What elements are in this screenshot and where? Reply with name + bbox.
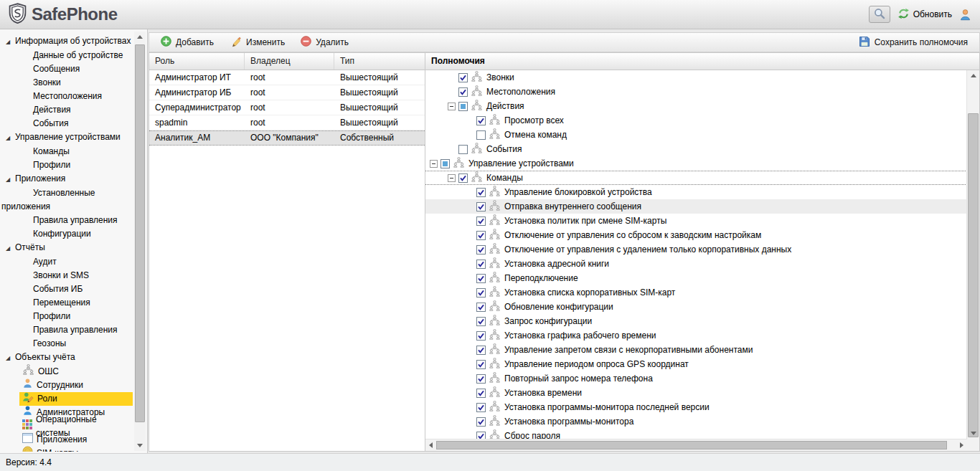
- permission-row[interactable]: Действия: [425, 99, 967, 113]
- permission-row[interactable]: Команды: [425, 171, 967, 185]
- sidebar-item[interactable]: Перемещения: [0, 296, 133, 310]
- permission-row[interactable]: Управление запретом связи с некорпоратив…: [425, 343, 967, 357]
- scroll-down-arrow[interactable]: [134, 440, 146, 451]
- table-row[interactable]: Суперадминистратор root Вышестоящий: [149, 100, 425, 115]
- sidebar-group[interactable]: ◢Приложения: [0, 172, 133, 186]
- sidebar-group[interactable]: ◢Информация об устройствах: [0, 34, 133, 49]
- permission-row[interactable]: Отмена команд: [425, 128, 967, 142]
- permission-checkbox[interactable]: [476, 231, 486, 240]
- sidebar-item[interactable]: Данные об устройстве: [0, 49, 133, 62]
- sidebar-item[interactable]: Аудит: [0, 255, 133, 269]
- permission-row[interactable]: Местоположения: [425, 85, 967, 99]
- sidebar-item[interactable]: Местоположения: [0, 90, 133, 103]
- sidebar-item[interactable]: ОШС: [0, 365, 133, 379]
- permission-row[interactable]: Установка программы-монитора: [425, 414, 967, 429]
- collapse-toggle-icon[interactable]: [448, 103, 456, 110]
- column-header-type[interactable]: Тип: [334, 53, 425, 70]
- permission-row[interactable]: Управление устройствами: [425, 156, 967, 171]
- scroll-down-arrow[interactable]: [967, 428, 979, 439]
- table-row[interactable]: Аналитик_АМ ООО "Компания" Собственный: [149, 130, 425, 146]
- column-header-role[interactable]: Роль: [149, 53, 245, 70]
- table-row[interactable]: spadmin root Вышестоящий: [149, 115, 425, 130]
- scroll-up-arrow[interactable]: [967, 70, 979, 81]
- permission-row[interactable]: Установка времени: [425, 386, 967, 400]
- permission-row[interactable]: Управление блокировкой устройства: [425, 185, 967, 199]
- permissions-vertical-scrollbar[interactable]: [966, 70, 979, 439]
- permission-checkbox[interactable]: [476, 288, 486, 298]
- permission-row[interactable]: Установка политик при смене SIM-карты: [425, 214, 967, 228]
- permissions-horizontal-scrollbar[interactable]: [425, 439, 967, 451]
- permission-row[interactable]: Переподключение: [425, 271, 967, 285]
- permission-row[interactable]: Обновление конфигурации: [425, 300, 967, 314]
- sidebar-item[interactable]: События ИБ: [0, 282, 133, 296]
- permission-row[interactable]: Установка адресной книги: [425, 257, 967, 271]
- permission-row[interactable]: Отправка внутреннего сообщения: [425, 199, 967, 214]
- sidebar-item[interactable]: Правила управления: [0, 323, 133, 337]
- refresh-button[interactable]: Обновить: [897, 8, 952, 22]
- permission-checkbox[interactable]: [476, 374, 486, 384]
- permission-checkbox[interactable]: [476, 130, 486, 140]
- permission-checkbox[interactable]: [476, 403, 486, 412]
- permission-checkbox[interactable]: [476, 260, 486, 269]
- sidebar-group[interactable]: ◢Объекты учёта: [0, 351, 133, 365]
- sidebar-item[interactable]: Операционные системы: [0, 419, 133, 433]
- edit-button[interactable]: Изменить: [224, 34, 291, 52]
- sidebar-item[interactable]: Сотрудники: [0, 379, 133, 392]
- table-row[interactable]: Администратор ИТ root Вышестоящий: [149, 70, 425, 85]
- scroll-left-arrow[interactable]: [425, 439, 436, 451]
- permission-checkbox[interactable]: [458, 73, 468, 82]
- sidebar-group[interactable]: ◢Управление устройствами: [0, 130, 133, 145]
- search-button[interactable]: [869, 6, 890, 23]
- permission-checkbox[interactable]: [476, 188, 486, 197]
- sidebar-item[interactable]: Звонки: [0, 76, 133, 90]
- scrollbar-thumb[interactable]: [436, 441, 947, 449]
- sidebar-item[interactable]: Сообщения: [0, 62, 133, 76]
- permission-checkbox[interactable]: [476, 389, 486, 398]
- sidebar-scrollbar[interactable]: [134, 32, 146, 451]
- permission-row[interactable]: Запрос конфигурации: [425, 314, 967, 328]
- permission-checkbox[interactable]: [476, 202, 486, 211]
- permission-row[interactable]: Установка программы-монитора последней в…: [425, 400, 967, 414]
- permission-checkbox[interactable]: [476, 331, 486, 341]
- permission-checkbox[interactable]: [476, 360, 486, 369]
- permission-row[interactable]: Управление периодом опроса GPS координат: [425, 357, 967, 371]
- sidebar-item[interactable]: Конфигурации: [0, 227, 133, 241]
- permission-checkbox[interactable]: [458, 102, 468, 111]
- permission-checkbox[interactable]: [476, 346, 486, 355]
- sidebar-item[interactable]: Действия: [0, 103, 133, 117]
- delete-button[interactable]: Удалить: [295, 34, 354, 51]
- permission-row[interactable]: Повторный запрос номера телефона: [425, 371, 967, 386]
- sidebar-item[interactable]: Установленные приложения: [0, 186, 133, 214]
- sidebar-item[interactable]: События: [0, 117, 133, 130]
- permission-row[interactable]: Сброс пароля: [425, 429, 967, 439]
- permission-checkbox[interactable]: [476, 217, 486, 226]
- permission-row[interactable]: Установка списка корпоративных SIM-карт: [425, 285, 967, 300]
- permission-checkbox[interactable]: [458, 87, 468, 97]
- sidebar-item[interactable]: SIM-карты: [0, 447, 133, 452]
- scrollbar-thumb[interactable]: [968, 113, 979, 437]
- scroll-right-arrow[interactable]: [956, 439, 967, 451]
- permission-checkbox[interactable]: [476, 116, 486, 125]
- sidebar-item[interactable]: Роли: [0, 392, 133, 406]
- permission-checkbox[interactable]: [476, 303, 486, 312]
- permission-checkbox[interactable]: [476, 274, 486, 283]
- permission-row[interactable]: События: [425, 142, 967, 156]
- sidebar-item[interactable]: Правила управления: [0, 214, 133, 227]
- add-button[interactable]: Добавить: [155, 34, 220, 51]
- column-header-owner[interactable]: Владелец: [245, 53, 334, 70]
- permission-row[interactable]: Звонки: [425, 70, 967, 85]
- sidebar-group[interactable]: ◢Отчёты: [0, 241, 133, 255]
- permission-row[interactable]: Просмотр всех: [425, 113, 967, 128]
- sidebar-item[interactable]: Звонки и SMS: [0, 269, 133, 282]
- collapse-toggle-icon[interactable]: [448, 174, 456, 182]
- sidebar-item[interactable]: Профили: [0, 158, 133, 172]
- permission-checkbox[interactable]: [476, 432, 486, 439]
- permission-checkbox[interactable]: [476, 245, 486, 254]
- scroll-up-arrow[interactable]: [134, 32, 146, 42]
- collapse-toggle-icon[interactable]: [430, 160, 438, 168]
- sidebar-item[interactable]: Профили: [0, 310, 133, 323]
- sidebar-item[interactable]: Команды: [0, 145, 133, 158]
- table-row[interactable]: Администратор ИБ root Вышестоящий: [149, 85, 425, 100]
- permission-row[interactable]: Отключение от управления со сбросом к за…: [425, 228, 967, 242]
- permission-checkbox[interactable]: [440, 159, 450, 168]
